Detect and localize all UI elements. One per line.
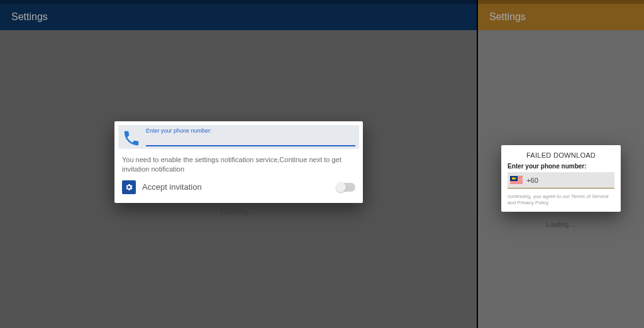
phone-icon [121, 128, 142, 149]
phone-input-row: Enter your phone number: [118, 125, 359, 149]
loading-text-right: Loading ... [547, 221, 576, 228]
terms-text: continuing, you agree to our Terms of Se… [508, 194, 614, 207]
phone-input-wrap: Enter your phone number: [146, 128, 355, 149]
right-screen: Settings Loading ... FAILED DOWNLOAD Ent… [478, 0, 644, 328]
helper-text: You need to enable the settings notifica… [118, 149, 359, 178]
phone-input-label: Enter your phone number: [146, 128, 355, 134]
gear-icon [122, 180, 136, 194]
left-screen: Settings Loading ... Enter your phone nu… [0, 0, 477, 328]
malaysia-flag-icon [510, 176, 523, 185]
dialog-title: FAILED DOWNLOAD [508, 151, 614, 159]
accept-invitation-row[interactable]: Accept invitation [118, 178, 359, 199]
accept-invitation-label: Accept invitation [142, 182, 336, 192]
accept-invitation-toggle[interactable] [336, 183, 355, 192]
phone-label-right: Enter your phone number: [508, 163, 614, 170]
failed-download-dialog: FAILED DOWNLOAD Enter your phone number:… [501, 145, 621, 212]
phone-input[interactable] [146, 134, 355, 146]
phone-input-row-right[interactable] [508, 172, 614, 189]
phone-input-right[interactable] [526, 177, 612, 184]
phone-dialog: Enter your phone number: You need to ena… [114, 121, 363, 203]
loading-text: Loading ... [221, 207, 256, 216]
